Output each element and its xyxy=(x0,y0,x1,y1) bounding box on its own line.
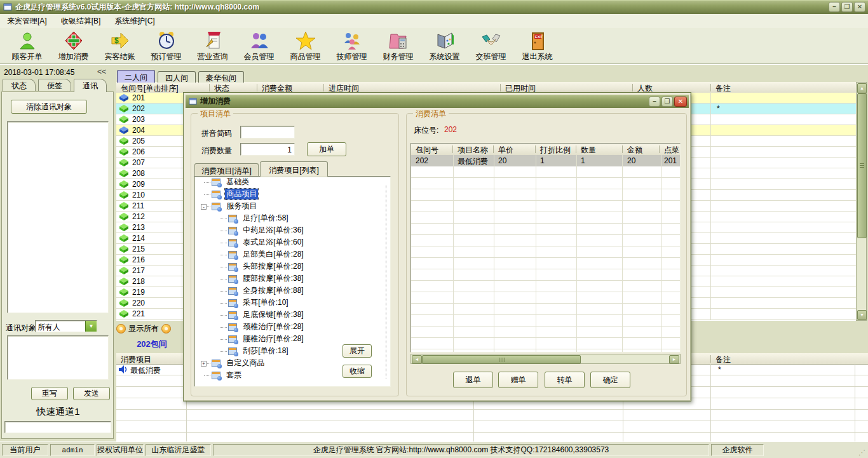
chevron-down-icon[interactable]: ▼ xyxy=(85,321,97,332)
collapse-sidebar-button[interactable]: << xyxy=(94,67,109,77)
toolbar-reservation[interactable]: 预订管理 xyxy=(143,28,189,64)
close-icon[interactable]: ✕ xyxy=(674,97,687,107)
tree-item-label[interactable]: 足疗[单价:58] xyxy=(241,213,289,224)
expand-button[interactable]: 展开 xyxy=(342,344,372,358)
tree-item-label[interactable]: 采耳[单价:10] xyxy=(241,297,289,308)
tree-expand-icon[interactable] xyxy=(201,361,207,367)
tab-comm[interactable]: 通讯 xyxy=(74,79,107,92)
close-icon[interactable]: ✕ xyxy=(854,2,865,12)
pinyin-input[interactable] xyxy=(240,126,295,138)
tree-item[interactable]: 颈椎治疗[单价:28] xyxy=(194,321,390,333)
add-order-button[interactable]: 加单 xyxy=(307,142,346,156)
toolbar-technician[interactable]: 技师管理 xyxy=(329,28,375,64)
tree-item-label[interactable]: 泰式足浴[单价:60] xyxy=(241,237,304,248)
menu-cashier[interactable]: 收银结算[B] xyxy=(54,14,108,29)
col-amount[interactable]: 金额 xyxy=(627,145,642,156)
tab-double-room[interactable]: 二人间 xyxy=(117,70,155,83)
clear-comm-target-button[interactable]: 清除通讯对象 xyxy=(11,100,87,114)
scrollbar-thumb[interactable] xyxy=(422,355,581,364)
tree-item-label[interactable]: 全身按摩[单价:88] xyxy=(241,285,304,296)
tab-quad-room[interactable]: 四人间 xyxy=(158,71,196,83)
col-order-time[interactable]: 点菜 xyxy=(664,145,679,156)
refund-button[interactable]: 退单 xyxy=(453,372,493,388)
tree-item[interactable]: 中药足浴[单价:36] xyxy=(194,225,390,237)
tree-item-label[interactable]: 腰椎治疗[单价:28] xyxy=(241,333,304,344)
tree-item[interactable]: 采耳[单价:10] xyxy=(194,297,390,309)
transfer-button[interactable]: 转单 xyxy=(545,372,585,388)
minimize-icon[interactable]: – xyxy=(649,97,660,107)
col-qty[interactable]: 数量 xyxy=(581,145,596,156)
resize-grip[interactable]: ⋰ xyxy=(858,448,866,456)
tree-item[interactable]: 泰式足浴[单价:60] xyxy=(194,237,390,249)
minimize-icon[interactable]: – xyxy=(829,2,840,12)
comm-message-input[interactable] xyxy=(7,335,109,380)
tree-item[interactable]: 基础类 xyxy=(194,177,390,189)
tree-item[interactable]: 全身按摩[单价:88] xyxy=(194,285,390,297)
horizontal-scrollbar[interactable]: ◄ ► xyxy=(410,354,681,364)
tab-notes[interactable]: 便签 xyxy=(38,79,71,91)
toolbar-goods[interactable]: 商品管理 xyxy=(282,28,329,64)
qty-input[interactable]: 1 xyxy=(240,143,295,156)
tree-item-label[interactable]: 头部按摩[单价:28] xyxy=(241,261,304,272)
tree-item-label[interactable]: 刮莎[单价:18] xyxy=(241,346,289,356)
tab-status[interactable]: 状态 xyxy=(3,79,36,91)
toolbar-member[interactable]: 会员管理 xyxy=(236,28,282,64)
prev-coin-icon[interactable] xyxy=(116,324,126,333)
toolbar-add-consume[interactable]: 增加消费 xyxy=(50,28,97,64)
tree-item-label[interactable]: 颈椎治疗[单价:28] xyxy=(241,321,304,332)
comm-message-list[interactable] xyxy=(7,121,109,313)
tab-luxury-room[interactable]: 豪华包间 xyxy=(198,71,244,83)
tree-item[interactable]: 足底保键[单价:38] xyxy=(194,309,390,321)
tab-item-tree[interactable]: 消费项目[列表] xyxy=(260,161,328,177)
toolbar-checkout[interactable]: $ 宾客结账 xyxy=(97,28,143,64)
tree-item[interactable]: 头部按摩[单价:28] xyxy=(194,261,390,273)
col-price[interactable]: 单价 xyxy=(498,145,513,156)
tree-item-label[interactable]: 中药足浴[单价:36] xyxy=(241,225,304,236)
scroll-down-icon[interactable]: ▼ xyxy=(857,310,867,320)
tab-item-list[interactable]: 消费项目[清单] xyxy=(194,163,259,177)
quick-channel-input[interactable] xyxy=(4,421,111,433)
rewrite-button[interactable]: 重写 xyxy=(31,387,68,400)
tree-item-label[interactable]: 服务项目 xyxy=(225,201,258,212)
toolbar-business-query[interactable]: 营业查询 xyxy=(189,28,236,64)
next-coin-icon[interactable] xyxy=(161,324,171,333)
menu-system[interactable]: 系统维护[C] xyxy=(107,14,161,29)
menu-guest[interactable]: 来宾管理[A] xyxy=(0,14,54,29)
col-room[interactable]: 包间号 xyxy=(416,145,438,156)
scroll-left-icon[interactable]: ◄ xyxy=(412,355,422,364)
tree-item[interactable]: 足部美白[单价:28] xyxy=(194,249,390,261)
col-discount[interactable]: 打折比例 xyxy=(540,145,571,156)
gift-button[interactable]: 赠单 xyxy=(498,372,538,388)
tree-item-label[interactable]: 套票 xyxy=(225,370,243,381)
tree-item-label[interactable]: 基础类 xyxy=(225,177,250,187)
scroll-right-icon[interactable]: ► xyxy=(669,355,679,364)
send-button[interactable]: 发送 xyxy=(73,387,110,400)
tree-item[interactable]: 服务项目 xyxy=(194,201,390,213)
tree-expand-icon[interactable] xyxy=(201,204,207,210)
tree-item-label[interactable]: 足部美白[单价:28] xyxy=(241,249,304,260)
tree-item-label[interactable]: 腰部按摩[单价:38] xyxy=(241,273,304,284)
confirm-button[interactable]: 确定 xyxy=(590,372,630,388)
scroll-up-icon[interactable]: ▲ xyxy=(857,83,867,93)
tree-item[interactable]: 足疗[单价:58] xyxy=(194,213,390,225)
toolbar-shift[interactable]: 交班管理 xyxy=(468,28,514,64)
show-all-row[interactable]: 显示所有 xyxy=(116,322,187,335)
toolbar-open-order[interactable]: 顾客开单 xyxy=(4,28,50,64)
col-item[interactable]: 项目名称 xyxy=(458,145,488,156)
tree-item-label[interactable]: 足底保键[单价:38] xyxy=(241,309,304,320)
comm-target-select[interactable]: 所有人 ▼ xyxy=(35,320,97,332)
toolbar-settings[interactable]: 系统设置 xyxy=(421,28,468,64)
scrollbar-thumb[interactable] xyxy=(857,93,867,238)
show-all-label[interactable]: 显示所有 xyxy=(128,323,159,334)
toolbar-finance[interactable]: 财务管理 xyxy=(375,28,421,64)
maximize-icon[interactable]: ❐ xyxy=(661,97,673,107)
tree-item[interactable]: 腰部按摩[单价:38] xyxy=(194,273,390,285)
vertical-scrollbar[interactable]: ▲ ▼ xyxy=(856,82,867,321)
tree-item[interactable]: 商品项目 xyxy=(194,189,390,201)
consume-row-selected[interactable]: 202 最低消费 20 1 1 20 201 xyxy=(411,155,681,166)
dialog-title-bar[interactable]: 增加消费 – ❐ ✕ xyxy=(186,95,689,108)
collapse-button[interactable]: 收缩 xyxy=(342,365,372,378)
tree-item-label[interactable]: 商品项目 xyxy=(225,189,258,199)
maximize-icon[interactable]: ❐ xyxy=(841,2,853,12)
toolbar-exit[interactable]: EXIT 退出系统 xyxy=(514,28,560,64)
